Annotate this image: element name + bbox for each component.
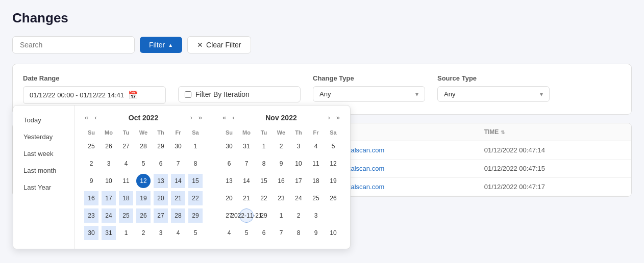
calendar-day[interactable]: 29 [188,208,203,223]
calendar-day[interactable]: 5 [188,226,203,240]
calendar-day[interactable]: 15 [188,174,203,188]
calendar-day[interactable]: 7 [171,156,185,171]
calendar-day[interactable]: 19 [326,174,340,188]
calendar-day[interactable]: 28 [171,208,185,223]
calendar-day[interactable]: 5 [136,156,151,171]
iteration-filter[interactable]: Filter By Iteration [178,86,301,102]
nov-prev-year-btn[interactable]: « [220,113,228,122]
calendar-day[interactable]: 15 [257,174,271,188]
calendar-day[interactable]: 1 [257,139,271,153]
calendar-day[interactable]: 22 [188,191,203,205]
calendar-day[interactable]: 1 [188,139,203,153]
calendar-day[interactable]: 13 [222,174,236,188]
quick-option-last-year[interactable]: Last Year [13,179,74,196]
calendar-day[interactable]: 2 [136,226,151,240]
calendar-day[interactable]: 21 [239,191,254,205]
calendar-day[interactable]: 3 [291,139,306,153]
nov-next-month-btn[interactable]: › [326,113,332,122]
calendar-day[interactable]: 10 [291,156,306,171]
calendar-day[interactable]: 25 [84,139,98,153]
calendar-day[interactable]: 30 [84,226,98,240]
calendar-day[interactable]: 26 [136,208,151,223]
calendar-day[interactable]: 20 [154,191,168,205]
calendar-day[interactable]: 6 [154,156,168,171]
calendar-day[interactable]: 5 [326,139,340,153]
calendar-day[interactable]: 3 [309,208,323,223]
calendar-day[interactable]: 6 [222,156,236,171]
calendar-day[interactable]: 7 [274,226,288,240]
calendar-day[interactable]: 27 [119,139,133,153]
calendar-day[interactable]: 31 [102,226,116,240]
calendar-day[interactable]: 31 [239,139,254,153]
quick-option-yesterday[interactable]: Yesterday [13,128,74,145]
filter-button[interactable]: Filter ▲ [140,37,182,53]
time-sort-icon[interactable]: ⇅ [501,129,505,135]
calendar-day[interactable]: 11 [119,174,133,188]
source-type-select[interactable]: Any ▾ [437,86,550,102]
quick-option-today[interactable]: Today [13,112,74,128]
calendar-day[interactable]: 2 [274,139,288,153]
calendar-day[interactable]: 4 [119,156,133,171]
iteration-checkbox[interactable] [185,91,191,98]
calendar-day[interactable]: 16 [274,174,288,188]
calendar-day[interactable]: 3 [102,156,116,171]
calendar-day[interactable]: 23 [274,191,288,205]
quick-option-last-week[interactable]: Last week [13,145,74,162]
oct-next-year-btn[interactable]: » [196,113,204,122]
calendar-day[interactable]: 12 [136,174,151,188]
calendar-day[interactable]: 21 [171,191,185,205]
calendar-day[interactable]: 10 [326,226,340,240]
calendar-day[interactable]: 11 [309,156,323,171]
calendar-day[interactable]: 3 [154,226,168,240]
calendar-day[interactable]: 4 [309,139,323,153]
calendar-day[interactable]: 18 [309,174,323,188]
calendar-day[interactable]: 20 [222,191,236,205]
calendar-day[interactable]: 18 [119,191,133,205]
calendar-day[interactable]: 9 [309,226,323,240]
calendar-day[interactable]: 13 [154,174,168,188]
calendar-day[interactable]: 4 [222,226,236,240]
calendar-day-tooltip[interactable]: 2022-11-21 [239,208,254,223]
calendar-day[interactable]: 10 [102,174,116,188]
calendar-day[interactable]: 30 [222,139,236,153]
nov-prev-month-btn[interactable]: ‹ [230,113,236,122]
calendar-day[interactable]: 14 [171,174,185,188]
calendar-day[interactable]: 9 [274,156,288,171]
calendar-day[interactable]: 25 [119,208,133,223]
oct-prev-month-btn[interactable]: ‹ [92,113,98,122]
calendar-day[interactable]: 17 [291,174,306,188]
change-type-select[interactable]: Any ▾ [313,86,425,102]
calendar-day[interactable]: 12 [326,156,340,171]
oct-next-month-btn[interactable]: › [188,113,194,122]
calendar-day[interactable]: 4 [171,226,185,240]
quick-option-last-month[interactable]: Last month [13,162,74,179]
calendar-day[interactable]: 25 [309,191,323,205]
date-range-input[interactable]: 01/12/22 00:00 - 01/12/22 14:41 📅 [23,86,166,104]
calendar-day[interactable]: 1 [119,226,133,240]
calendar-day[interactable]: 28 [136,139,151,153]
calendar-day[interactable]: 26 [102,139,116,153]
calendar-day[interactable]: 2 [291,208,306,223]
calendar-day[interactable]: 8 [257,156,271,171]
clear-filter-button[interactable]: ✕ Clear Filter [187,36,251,54]
calendar-day[interactable]: 19 [136,191,151,205]
calendar-day[interactable]: 6 [257,226,271,240]
calendar-day[interactable]: 24 [291,191,306,205]
nov-next-year-btn[interactable]: » [334,113,342,122]
calendar-day[interactable]: 16 [84,191,98,205]
calendar-day[interactable]: 5 [239,226,254,240]
calendar-day[interactable]: 26 [326,191,340,205]
calendar-day[interactable]: 2 [84,156,98,171]
calendar-day[interactable]: 17 [102,191,116,205]
calendar-day[interactable]: 14 [239,174,254,188]
calendar-day[interactable]: 30 [171,139,185,153]
calendar-day[interactable]: 9 [84,174,98,188]
calendar-day[interactable]: 1 [274,208,288,223]
oct-prev-year-btn[interactable]: « [83,113,90,122]
calendar-day[interactable]: 7 [239,156,254,171]
calendar-day[interactable]: 24 [102,208,116,223]
search-input[interactable] [12,36,135,54]
calendar-day[interactable]: 22 [257,191,271,205]
calendar-day[interactable]: 8 [291,226,306,240]
calendar-day[interactable]: 29 [154,139,168,153]
